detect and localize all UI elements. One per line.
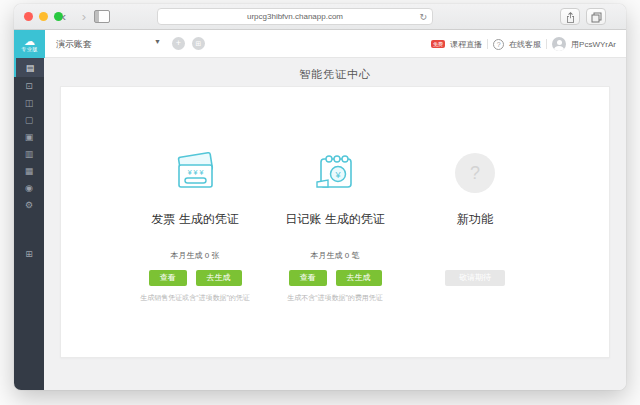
divider	[546, 39, 547, 49]
divider	[487, 39, 488, 49]
question-mark: ?	[470, 163, 480, 184]
sidebar-toggle-icon[interactable]	[94, 10, 110, 23]
online-support-link[interactable]: 在线客服	[509, 39, 541, 50]
journal-voucher-column: ¥ 日记账 生成的凭证 本月生成 0 笔 查看 去生成 生成不含“进项数据”的费…	[265, 87, 405, 357]
forward-button[interactable]: ›	[76, 9, 92, 25]
browser-toolbar: ‹ › urpcg3hibfvn.chanapp.com ↻	[14, 4, 626, 30]
generate-button[interactable]: 去生成	[196, 270, 242, 286]
sidebar-item-checkout[interactable]: ◉	[14, 179, 44, 196]
share-icon	[566, 12, 575, 23]
invoice-icon: ▣	[25, 132, 34, 142]
new-feature-column: ? 新功能 敬请期待	[405, 87, 545, 357]
sidebar-item-salary[interactable]: ▥	[14, 145, 44, 162]
sidebar-item-invoice[interactable]: ▣	[14, 128, 44, 145]
nav-sidebar: ▤ ⊡ ◫ ▢ ▣ ▥ ▦ ◉ ⚙ ⊞	[14, 58, 44, 390]
coming-soon-button[interactable]: 敬请期待	[445, 270, 505, 286]
question-circle-icon: ?	[455, 153, 495, 193]
sidebar-item-assets[interactable]: ▦	[14, 162, 44, 179]
sidebar-item-ledger[interactable]: ⊡	[14, 77, 44, 94]
funds-icon: ▢	[25, 115, 34, 125]
user-avatar[interactable]	[552, 37, 566, 51]
chevron-down-icon[interactable]: ▼	[154, 38, 161, 45]
sidebar-item-store[interactable]: ⊞	[14, 245, 44, 262]
edition-label: 专业版	[21, 46, 38, 52]
settings-icon: ⚙	[25, 200, 33, 210]
store-icon: ⊞	[25, 249, 33, 259]
ledger-icon: ⊡	[25, 81, 33, 91]
journal-calendar-icon: ¥	[312, 149, 358, 197]
app-logo[interactable]: ☁ 专业版	[14, 30, 45, 58]
card-caption: 生成销售凭证或含“进项数据”的凭证	[140, 293, 250, 303]
card-caption: 生成不含“进项数据”的费用凭证	[287, 293, 383, 303]
voucher-icon: ▤	[26, 63, 35, 73]
account-set-selector[interactable]: 演示账套	[56, 38, 92, 51]
card-title: 新功能	[457, 211, 493, 228]
live-free-badge: 免费	[431, 40, 445, 48]
close-window-button[interactable]	[24, 12, 33, 21]
back-button[interactable]: ‹	[56, 9, 72, 25]
course-live-link[interactable]: 课程直播	[450, 39, 482, 50]
share-button[interactable]	[560, 8, 580, 25]
tabs-icon	[591, 12, 602, 23]
sidebar-item-voucher[interactable]: ▤	[14, 58, 44, 77]
card-title: 日记账 生成的凭证	[285, 211, 384, 228]
browser-window: ‹ › urpcg3hibfvn.chanapp.com ↻ ☁ 专业版 演示账…	[14, 4, 626, 390]
main-content: 智能凭证中心 ¥ ¥ ¥ 发票 生成的凭证	[44, 58, 626, 390]
sidebar-item-settings[interactable]: ⚙	[14, 196, 44, 213]
help-icon[interactable]: ?	[493, 39, 504, 50]
url-text: urpcg3hibfvn.chanapp.com	[247, 12, 343, 21]
voucher-center-card: ¥ ¥ ¥ 发票 生成的凭证 本月生成 0 张 查看 去生成 生成销售凭证或含“…	[60, 86, 610, 358]
monthly-count: 本月生成 0 张	[171, 250, 220, 261]
card-title: 发票 生成的凭证	[151, 211, 238, 228]
assets-icon: ▦	[25, 166, 34, 176]
monthly-count: 本月生成 0 笔	[311, 250, 360, 261]
app-header: ☁ 专业版 演示账套 ▼ + ⊞ 免费 课程直播 ? 在线客服 用PcsWYrA…	[14, 30, 626, 58]
invoice-ticket-icon: ¥ ¥ ¥	[172, 149, 218, 197]
checkout-icon: ◉	[25, 183, 33, 193]
svg-text:¥: ¥	[334, 170, 341, 180]
username-label[interactable]: 用PcsWYrAr	[571, 39, 616, 50]
sidebar-item-funds[interactable]: ▢	[14, 111, 44, 128]
address-bar[interactable]: urpcg3hibfvn.chanapp.com ↻	[157, 8, 433, 25]
view-button[interactable]: 查看	[289, 270, 327, 286]
generate-button[interactable]: 去生成	[336, 270, 382, 286]
svg-text:¥ ¥ ¥: ¥ ¥ ¥	[188, 169, 204, 176]
salary-icon: ▥	[25, 149, 34, 159]
apps-grid-button[interactable]: ⊞	[192, 37, 205, 50]
show-tabs-button[interactable]	[586, 8, 606, 25]
reload-icon[interactable]: ↻	[419, 10, 427, 25]
minimize-window-button[interactable]	[39, 12, 48, 21]
view-button[interactable]: 查看	[149, 270, 187, 286]
cloud-icon: ☁	[24, 36, 35, 46]
report-chart-icon: ◫	[25, 98, 34, 108]
add-account-button[interactable]: +	[172, 37, 185, 50]
sidebar-item-reports[interactable]: ◫	[14, 94, 44, 111]
page-title: 智能凭证中心	[44, 58, 626, 82]
invoice-voucher-column: ¥ ¥ ¥ 发票 生成的凭证 本月生成 0 张 查看 去生成 生成销售凭证或含“…	[125, 87, 265, 357]
